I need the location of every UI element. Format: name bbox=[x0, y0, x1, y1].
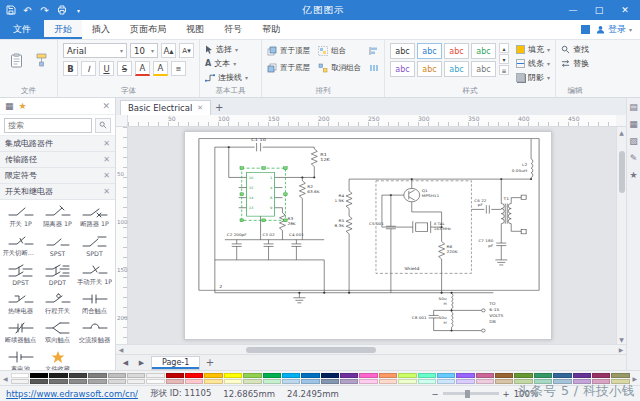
color-swatch[interactable] bbox=[166, 379, 184, 384]
color-swatch[interactable] bbox=[321, 373, 339, 378]
color-swatch[interactable] bbox=[398, 379, 416, 384]
color-swatch[interactable] bbox=[301, 379, 319, 384]
color-swatch[interactable] bbox=[514, 379, 532, 384]
color-swatch[interactable] bbox=[340, 379, 358, 384]
color-swatch[interactable] bbox=[224, 373, 242, 378]
symbol-item[interactable]: 双向触点 bbox=[39, 318, 76, 347]
color-swatch[interactable] bbox=[592, 373, 610, 378]
vertical-scrollbar[interactable]: ▲ ▼ bbox=[616, 127, 626, 344]
print-icon[interactable] bbox=[53, 2, 70, 18]
select-tool-button[interactable]: 选择▾ bbox=[205, 43, 248, 55]
style-preset[interactable]: abc bbox=[444, 61, 469, 77]
color-swatch[interactable] bbox=[611, 373, 629, 378]
symbol-item[interactable]: 隔离器 1P bbox=[39, 202, 76, 231]
bring-to-front-button[interactable]: 置于顶层 bbox=[267, 43, 310, 58]
fill-panel-icon[interactable]: ▦ bbox=[629, 119, 638, 129]
decrease-font-icon[interactable]: A▾ bbox=[179, 43, 194, 58]
color-swatch[interactable] bbox=[49, 379, 67, 384]
style-preset[interactable]: abc bbox=[471, 43, 496, 59]
symbol-item[interactable]: DPDT bbox=[39, 260, 76, 289]
color-swatch[interactable] bbox=[476, 379, 494, 384]
undo-icon[interactable]: ↶ bbox=[19, 2, 36, 18]
color-swatch[interactable] bbox=[69, 373, 87, 378]
color-swatch[interactable] bbox=[437, 373, 455, 378]
symbol-item[interactable]: 断续器触点 bbox=[2, 318, 39, 347]
edit-panel-icon[interactable]: ✎ bbox=[630, 153, 638, 163]
symbol-item[interactable]: 开关 1P bbox=[2, 202, 39, 231]
file-menu-button[interactable]: 文件 bbox=[0, 20, 44, 39]
find-button[interactable]: 查找 bbox=[561, 43, 589, 55]
font-color-button[interactable]: A bbox=[135, 61, 150, 76]
color-swatch[interactable] bbox=[127, 373, 145, 378]
zoom-in-icon[interactable]: + bbox=[503, 389, 510, 399]
color-swatch[interactable] bbox=[263, 379, 281, 384]
symbol-item[interactable]: 闭合触点 bbox=[76, 289, 113, 318]
color-swatch[interactable] bbox=[340, 373, 358, 378]
color-swatch[interactable] bbox=[127, 379, 145, 384]
page[interactable]: C1 10 R1 12K 1615 1413 14 89 R2 bbox=[184, 131, 552, 340]
color-swatch[interactable] bbox=[534, 379, 552, 384]
color-swatch[interactable] bbox=[224, 379, 242, 384]
symbol-item[interactable]: 蓄电池 bbox=[2, 347, 39, 370]
send-to-back-button[interactable]: 置于底层 bbox=[267, 60, 310, 75]
color-swatch[interactable] bbox=[30, 373, 48, 378]
color-swatch[interactable] bbox=[69, 379, 87, 384]
style-preset[interactable]: abc bbox=[444, 43, 469, 59]
customize-toolbar-icon[interactable]: ▾ bbox=[70, 2, 87, 18]
zoom-slider-thumb[interactable] bbox=[465, 390, 470, 398]
palette-next-icon[interactable]: ▶ bbox=[632, 375, 637, 382]
color-swatch[interactable] bbox=[495, 379, 513, 384]
color-swatch[interactable] bbox=[359, 379, 377, 384]
color-swatch[interactable] bbox=[573, 373, 591, 378]
horizontal-scrollbar-thumb[interactable] bbox=[246, 347, 376, 353]
close-icon[interactable]: ✕ bbox=[103, 171, 110, 180]
color-swatch[interactable] bbox=[456, 373, 474, 378]
shadow-button[interactable]: 阴影▾ bbox=[516, 71, 550, 83]
tab-help[interactable]: 帮助 bbox=[252, 20, 290, 39]
maximize-button[interactable]: □ bbox=[586, 0, 612, 20]
bold-button[interactable]: B bbox=[63, 61, 78, 76]
next-page-icon[interactable]: ▶ bbox=[135, 356, 148, 369]
replace-button[interactable]: 替换 bbox=[561, 57, 589, 69]
layers-panel-icon[interactable]: ▧ bbox=[629, 136, 638, 146]
tab-insert[interactable]: 插入 bbox=[82, 20, 120, 39]
distribute-button[interactable] bbox=[369, 60, 379, 75]
symbol-item[interactable]: SPST bbox=[39, 231, 76, 260]
strikethrough-button[interactable]: S bbox=[117, 61, 132, 76]
gallery-more-icon[interactable]: ≡ bbox=[499, 65, 509, 75]
library-section-integrated-circuits[interactable]: 集成电路器件✕ bbox=[0, 136, 115, 152]
color-swatch[interactable] bbox=[108, 373, 126, 378]
theme-color-icon[interactable] bbox=[581, 25, 590, 34]
color-swatch[interactable] bbox=[418, 379, 436, 384]
color-swatch[interactable] bbox=[379, 373, 397, 378]
line-button[interactable]: 线条▾ bbox=[516, 57, 550, 69]
increase-font-icon[interactable]: A▴ bbox=[161, 43, 176, 58]
color-swatch[interactable] bbox=[88, 373, 106, 378]
color-swatch[interactable] bbox=[418, 373, 436, 378]
color-swatch[interactable] bbox=[11, 373, 29, 378]
zoom-out-icon[interactable]: − bbox=[431, 389, 438, 399]
save-icon[interactable] bbox=[2, 2, 19, 18]
color-swatch[interactable] bbox=[49, 373, 67, 378]
color-swatch[interactable] bbox=[553, 373, 571, 378]
color-swatch[interactable] bbox=[379, 379, 397, 384]
style-preset[interactable]: abc bbox=[417, 61, 442, 77]
color-swatch[interactable] bbox=[185, 373, 203, 378]
format-panel-icon[interactable]: ▤ bbox=[629, 102, 638, 112]
tab-view[interactable]: 视图 bbox=[176, 20, 214, 39]
style-preset[interactable]: abc bbox=[390, 43, 415, 59]
align-left-icon[interactable]: ≡ bbox=[171, 61, 186, 76]
symbol-item[interactable]: 断路器 1P bbox=[76, 202, 113, 231]
vertical-scrollbar-thumb[interactable] bbox=[619, 151, 625, 193]
color-swatch[interactable] bbox=[146, 379, 164, 384]
search-input[interactable] bbox=[4, 118, 92, 133]
close-tab-icon[interactable]: ✕ bbox=[197, 104, 203, 112]
color-swatch[interactable] bbox=[476, 373, 494, 378]
gallery-up-icon[interactable]: ▴ bbox=[499, 43, 509, 53]
minimize-button[interactable]: — bbox=[560, 0, 586, 20]
color-swatch[interactable] bbox=[263, 373, 281, 378]
color-swatch[interactable] bbox=[611, 379, 629, 384]
color-swatch[interactable] bbox=[243, 373, 261, 378]
color-swatch[interactable] bbox=[108, 379, 126, 384]
color-swatch[interactable] bbox=[553, 379, 571, 384]
